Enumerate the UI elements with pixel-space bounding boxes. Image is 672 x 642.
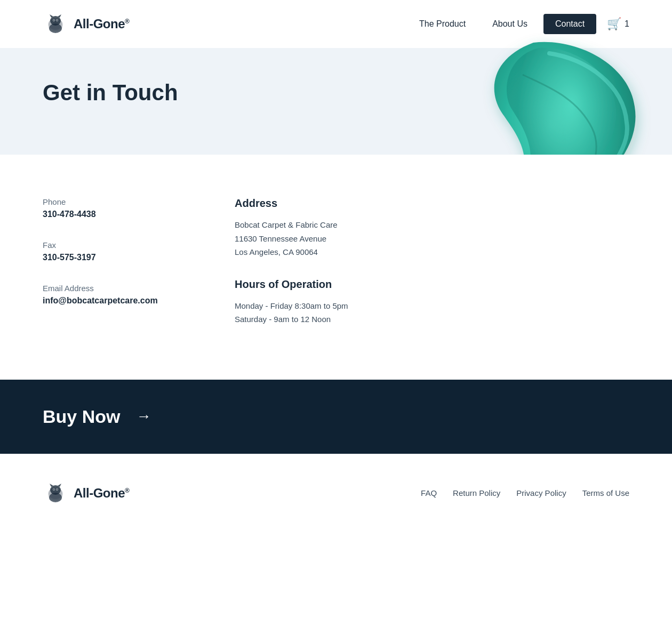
footer-terms-of-use[interactable]: Terms of Use: [582, 488, 629, 497]
email-info: Email Address info@bobcatcarpetcare.com: [43, 284, 192, 306]
email-label: Email Address: [43, 284, 192, 293]
buy-now-label: Buy Now: [43, 406, 120, 427]
address-line1: Bobcat Carpet & Fabric Care: [235, 218, 629, 232]
arrow-right-icon: →: [136, 408, 151, 425]
logo-area: All-Gone®: [43, 11, 409, 37]
footer: All-Gone® FAQ Return Policy Privacy Poli…: [0, 454, 672, 533]
logo-icon: [43, 11, 68, 37]
fax-info: Fax 310-575-3197: [43, 240, 192, 262]
contact-section: Phone 310-478-4438 Fax 310-575-3197 Emai…: [0, 155, 672, 380]
footer-brand-name: All-Gone®: [74, 486, 129, 501]
main-nav: The Product About Us Contact: [409, 14, 596, 34]
nav-about-us[interactable]: About Us: [482, 15, 538, 33]
hours-title: Hours of Operation: [235, 278, 629, 291]
phone-info: Phone 310-478-4438: [43, 197, 192, 219]
address-title: Address: [235, 197, 629, 210]
svg-point-19: [53, 489, 54, 490]
hours-line2: Saturday - 9am to 12 Noon: [235, 312, 629, 326]
svg-point-8: [53, 20, 54, 21]
footer-faq[interactable]: FAQ: [421, 488, 437, 497]
phone-label: Phone: [43, 197, 192, 206]
hero-title: Get in Touch: [43, 80, 256, 106]
contact-left: Phone 310-478-4438 Fax 310-575-3197 Emai…: [43, 197, 192, 326]
hero-section: Get in Touch: [0, 48, 672, 155]
cart-button[interactable]: 🛒 1: [607, 17, 629, 31]
fax-value: 310-575-3197: [43, 253, 192, 262]
address-line3: Los Angeles, CA 90064: [235, 245, 629, 259]
hours-line1: Monday - Friday 8:30am to 5pm: [235, 299, 629, 313]
fax-label: Fax: [43, 240, 192, 250]
buy-banner[interactable]: Buy Now →: [0, 380, 672, 454]
contact-right: Address Bobcat Carpet & Fabric Care 1163…: [235, 197, 629, 326]
nav-the-product[interactable]: The Product: [409, 15, 476, 33]
footer-nav: FAQ Return Policy Privacy Policy Terms o…: [421, 488, 629, 497]
cart-count: 1: [625, 19, 629, 29]
footer-privacy-policy[interactable]: Privacy Policy: [516, 488, 566, 497]
footer-logo-icon: [43, 480, 68, 506]
brand-name: All-Gone®: [74, 17, 129, 31]
footer-logo: All-Gone®: [43, 480, 129, 506]
svg-point-20: [57, 489, 58, 490]
phone-value: 310-478-4438: [43, 210, 192, 219]
nav-contact[interactable]: Contact: [543, 14, 596, 34]
svg-point-10: [55, 21, 57, 22]
email-value: info@bobcatcarpetcare.com: [43, 296, 192, 306]
cart-icon: 🛒: [607, 17, 621, 31]
svg-point-9: [57, 20, 58, 21]
svg-point-5: [49, 23, 62, 33]
address-line2: 11630 Tennessee Avenue: [235, 232, 629, 246]
footer-return-policy[interactable]: Return Policy: [453, 488, 500, 497]
svg-point-16: [49, 493, 62, 502]
